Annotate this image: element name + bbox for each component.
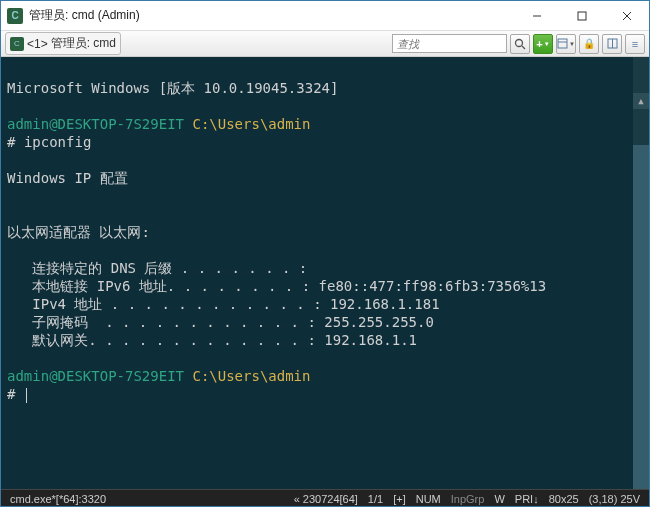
close-button[interactable] [604, 1, 649, 30]
subnet-mask-line: 子网掩码 . . . . . . . . . . . . : 255.255.2… [7, 314, 434, 330]
adapter-header: 以太网适配器 以太网: [7, 224, 150, 240]
prompt-hash: # [7, 386, 15, 402]
scroll-track[interactable] [633, 145, 649, 489]
window-mode-button[interactable]: ▼ [556, 34, 576, 54]
status-w: W [489, 493, 509, 505]
search-input[interactable] [392, 34, 507, 53]
app-icon: C [7, 8, 23, 24]
dns-suffix-line: 连接特定的 DNS 后缀 . . . . . . . : [7, 260, 307, 276]
window-title: 管理员: cmd (Admin) [29, 7, 514, 24]
search-icon [514, 38, 526, 50]
prompt-hash: # [7, 134, 15, 150]
prompt-user: admin@DESKTOP-7S29EIT [7, 368, 184, 384]
svg-rect-6 [558, 39, 567, 48]
new-tab-button[interactable]: +▼ [533, 34, 553, 54]
terminal-output[interactable]: Microsoft Windows [版本 10.0.19045.3324] a… [1, 57, 649, 489]
tab-cmd[interactable]: C <1> 管理员: cmd [5, 32, 121, 55]
status-num: NUM [411, 493, 446, 505]
title-bar: C 管理员: cmd (Admin) [1, 1, 649, 31]
status-pos: 1/1 [363, 493, 388, 505]
status-process: cmd.exe*[*64]:3320 [5, 493, 111, 505]
terminal-icon: C [10, 37, 24, 51]
text-cursor [26, 388, 27, 403]
chevron-down-icon: ▼ [569, 41, 575, 47]
tab-bar: C <1> 管理员: cmd +▼ ▼ 🔒 ≡ [1, 31, 649, 57]
scroll-up-button[interactable]: ▲ [633, 93, 649, 109]
prompt-path: C:\Users\admin [192, 368, 310, 384]
window-icon [557, 38, 568, 49]
status-date: « 230724[64] [289, 493, 363, 505]
status-bar: cmd.exe*[*64]:3320 « 230724[64] 1/1 [+] … [1, 489, 649, 507]
minimize-icon [532, 11, 542, 21]
chevron-down-icon: ▼ [544, 41, 550, 47]
svg-line-5 [522, 46, 525, 49]
windows-version: Microsoft Windows [版本 10.0.19045.3324] [7, 80, 338, 96]
status-pri: PRI↓ [510, 493, 544, 505]
svg-rect-1 [578, 12, 586, 20]
lock-icon: 🔒 [583, 38, 595, 49]
ipv6-line: 本地链接 IPv6 地址. . . . . . . . : fe80::477:… [7, 278, 546, 294]
status-cursor: (3,18) 25V [584, 493, 645, 505]
maximize-button[interactable] [559, 1, 604, 30]
svg-point-4 [516, 39, 523, 46]
menu-button[interactable]: ≡ [625, 34, 645, 54]
search-button[interactable] [510, 34, 530, 54]
tab-label: 管理员: cmd [51, 35, 116, 52]
lock-button[interactable]: 🔒 [579, 34, 599, 54]
scrollbar[interactable]: ▲ ▼ [633, 57, 649, 489]
scroll-thumb[interactable] [633, 145, 649, 489]
status-inpgrp: InpGrp [446, 493, 490, 505]
prompt-path: C:\Users\admin [192, 116, 310, 132]
ipconfig-header: Windows IP 配置 [7, 170, 128, 186]
close-icon [622, 11, 632, 21]
command-ipconfig: ipconfig [24, 134, 91, 150]
split-icon [607, 38, 618, 49]
ipv4-line: IPv4 地址 . . . . . . . . . . . . : 192.16… [7, 296, 440, 312]
prompt-user: admin@DESKTOP-7S29EIT [7, 116, 184, 132]
maximize-icon [577, 11, 587, 21]
status-size: 80x25 [544, 493, 584, 505]
minimize-button[interactable] [514, 1, 559, 30]
plus-icon: + [536, 38, 542, 50]
tab-index: <1> [27, 37, 48, 51]
status-plus: [+] [388, 493, 411, 505]
gateway-line: 默认网关. . . . . . . . . . . . . : 192.168.… [7, 332, 417, 348]
layout-button[interactable] [602, 34, 622, 54]
menu-icon: ≡ [632, 38, 638, 50]
